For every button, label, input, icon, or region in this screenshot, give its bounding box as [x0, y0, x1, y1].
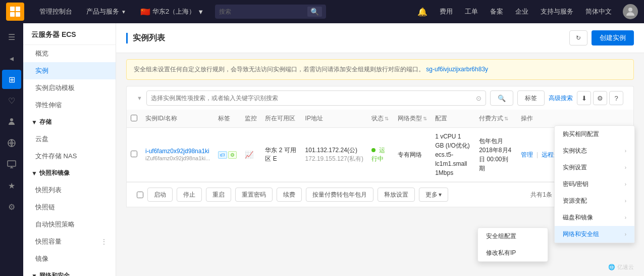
sidebar-icon-collapse[interactable]: ◂ — [2, 49, 21, 68]
icon-sidebar: ☰ ◂ ⊞ ♡ ★ ⚙ — [0, 23, 23, 276]
ctx-menu-item-network-sg[interactable]: 网络和安全组 › — [555, 226, 634, 243]
nav-enterprise[interactable]: 企业 — [510, 0, 533, 23]
select-all-checkbox[interactable] — [131, 115, 137, 121]
ctx-arrow-1: › — [625, 148, 626, 154]
filter-input[interactable] — [151, 95, 476, 102]
sub-ctx-item-private-ip[interactable]: 修改私有IP — [478, 245, 548, 261]
left-nav-title: 云服务器 ECS — [23, 23, 116, 45]
th-actions: 操作 — [521, 115, 533, 122]
ctx-arrow-3: › — [625, 181, 626, 187]
avatar[interactable] — [623, 4, 638, 19]
row-checkbox[interactable] — [131, 151, 137, 157]
ctx-menu-item-instance-status[interactable]: 实例状态 › — [555, 143, 634, 159]
tag-icon-2[interactable]: ⚙ — [228, 151, 237, 159]
left-nav-autoscale[interactable]: 弹性伸缩 — [23, 97, 116, 114]
left-nav-group-snapshot[interactable]: ▼ 快照和镜像 — [23, 165, 116, 181]
network-sort-icon: ⇅ — [423, 116, 427, 121]
sidebar-icon-star[interactable]: ★ — [2, 176, 21, 195]
nav-workorder[interactable]: 工单 — [460, 0, 483, 23]
left-nav-overview[interactable]: 概览 — [23, 45, 116, 62]
nav-console[interactable]: 管理控制台 — [32, 0, 79, 23]
btn-renew[interactable]: 续费 — [277, 188, 302, 202]
watermark-icon: 🌐 — [608, 264, 615, 270]
monitor-icon[interactable]: 📈 — [245, 151, 253, 159]
btn-switch-pay[interactable]: 按量付费转包年包月 — [306, 188, 373, 202]
ctx-arrow-4: › — [625, 198, 626, 204]
btn-restart[interactable]: 重启 — [206, 188, 231, 202]
nav-region[interactable]: 🇨🇳 华东2（上海） ▼ — [133, 7, 211, 17]
svg-rect-0 — [10, 7, 15, 11]
left-nav-nas[interactable]: 文件存储 NAS — [23, 148, 116, 165]
watermark: 🌐 亿速云 — [608, 263, 634, 271]
nav-fees[interactable]: 费用 — [435, 0, 458, 23]
left-nav-auto-snapshot[interactable]: 自动快照策略 — [23, 216, 116, 233]
sub-ctx-item-sg-config[interactable]: 安全组配置 — [478, 228, 548, 245]
snapshot-arrow-icon: ▼ — [31, 170, 37, 177]
left-nav-group-storage[interactable]: ▼ 存储 — [23, 114, 116, 130]
top-nav: 管理控制台 产品与服务 ▼ 🇨🇳 华东2（上海） ▼ 🔍 🔔 费用 工单 备案 … — [0, 0, 644, 23]
adv-search-link[interactable]: 高级搜索 — [549, 94, 573, 103]
sidebar-icon-tools[interactable]: ⚙ — [2, 197, 21, 216]
btn-release[interactable]: 释放设置 — [378, 188, 415, 202]
nav-lang[interactable]: 简体中文 — [580, 0, 617, 23]
tag-icons: 🏷 ⚙ — [218, 151, 237, 159]
logo[interactable] — [6, 3, 24, 21]
filter-tag-button[interactable]: 标签 — [517, 90, 545, 106]
ctx-menu-item-password[interactable]: 密码/密钥 › — [555, 176, 634, 193]
ctx-menu-item-same-config[interactable]: 购买相同配置 — [555, 126, 634, 143]
filter-search-button[interactable]: 🔍 — [490, 90, 513, 106]
left-nav-image[interactable]: 镜像 — [23, 250, 116, 267]
th-monitor: 监控 — [245, 115, 257, 122]
download-icon-btn[interactable]: ⬇ — [577, 91, 591, 105]
svg-rect-1 — [16, 7, 20, 11]
alert-link[interactable]: sg-uf6ivjuzijxarbr6h83y — [426, 66, 488, 73]
nav-products[interactable]: 产品与服务 ▼ — [79, 0, 133, 23]
action-manage[interactable]: 管理 — [521, 151, 533, 158]
sidebar-icon-grid[interactable]: ⊞ — [2, 70, 21, 89]
instance-ip2: 172.19.155.127(私有) — [305, 155, 363, 163]
instance-id-link[interactable]: i-uf6famz0x92jd98na1ki — [145, 148, 209, 155]
bottom-checkbox[interactable] — [137, 192, 143, 198]
ctx-arrow-5: › — [625, 215, 626, 220]
nav-bell[interactable]: 🔔 — [412, 0, 433, 23]
btn-start[interactable]: 启动 — [147, 188, 173, 202]
left-nav-snapshot-capacity[interactable]: 快照容量 ⋮ — [23, 233, 116, 250]
left-nav-snapshots[interactable]: 快照列表 — [23, 181, 116, 199]
left-nav-disk[interactable]: 云盘 — [23, 130, 116, 148]
btn-reset-pwd[interactable]: 重置密码 — [235, 188, 273, 202]
search-input[interactable] — [219, 8, 307, 15]
filter-clear-icon: ⊙ — [476, 95, 481, 102]
create-instance-button[interactable]: 创建实例 — [592, 30, 634, 45]
search-button[interactable]: 🔍 — [307, 7, 322, 17]
nav-beian[interactable]: 备案 — [485, 0, 508, 23]
alert-text: 安全组未设置任何自定义放行规则，会导致无法访问实例端口，若需访问请添加安全组规则… — [134, 66, 424, 73]
products-arrow: ▼ — [121, 9, 126, 15]
region-arrow: ▼ — [197, 8, 204, 16]
sidebar-icon-users[interactable] — [2, 112, 21, 131]
th-network-type: 网络类型 — [398, 114, 422, 123]
btn-more[interactable]: 更多 ▾ — [419, 188, 448, 202]
sidebar-icon-heart[interactable]: ♡ — [2, 91, 21, 110]
settings-icon-btn[interactable]: ⚙ — [593, 91, 607, 105]
btn-stop[interactable]: 停止 — [177, 188, 202, 202]
tag-icon-1[interactable]: 🏷 — [218, 151, 227, 159]
filter-bar: ▼ ⊙ 🔍 标签 高级搜索 ⬇ ⚙ ? — [126, 86, 634, 110]
sidebar-icon-network[interactable] — [2, 133, 21, 153]
left-nav-snapshot-chain[interactable]: 快照链 — [23, 199, 116, 216]
help-icon-btn[interactable]: ? — [609, 91, 623, 105]
ctx-menu-item-instance-settings[interactable]: 实例设置 › — [555, 159, 634, 176]
sidebar-icon-monitor[interactable] — [2, 155, 21, 174]
instance-name: iZuf6famz0x92jd98na1ki... — [145, 155, 210, 161]
nav-support[interactable]: 支持与服务 — [535, 0, 578, 23]
page-header: 实例列表 ↻ 创建实例 — [116, 23, 644, 53]
left-nav-template[interactable]: 实例启动模板 — [23, 79, 116, 97]
th-ip: IP地址 — [305, 115, 323, 122]
ctx-menu-item-resource[interactable]: 资源变配 › — [555, 193, 634, 209]
svg-point-5 — [10, 118, 13, 121]
left-nav-instance[interactable]: 实例 — [23, 62, 116, 79]
refresh-button[interactable]: ↻ — [569, 30, 587, 45]
left-nav-group-network[interactable]: ▼ 网络和安全 — [23, 267, 116, 276]
network-arrow-icon: ▼ — [31, 272, 37, 277]
ctx-menu-item-disk-image[interactable]: 磁盘和镜像 › — [555, 209, 634, 226]
sidebar-icon-menu[interactable]: ☰ — [2, 27, 21, 47]
